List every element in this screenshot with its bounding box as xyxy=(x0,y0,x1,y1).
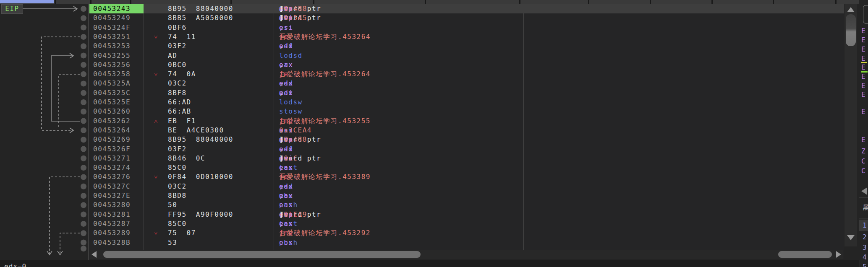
stack-row-number[interactable]: 1 xyxy=(863,221,868,231)
breakpoint-dot[interactable] xyxy=(81,202,86,208)
h-scrollbar[interactable] xyxy=(90,250,843,259)
disasm-row[interactable]: 004532718B46 0Cmov eax,dword ptr ds:[esi… xyxy=(89,154,844,163)
header-separator xyxy=(230,0,232,4)
scroll-left-icon[interactable] xyxy=(92,251,97,258)
breakpoint-dot[interactable] xyxy=(81,127,86,133)
disasm-token: 0x3CEA4 xyxy=(279,126,312,135)
bytes-cell: 8B95 88040000 xyxy=(168,135,233,144)
v-scrollbar[interactable] xyxy=(844,4,857,246)
disasm-row[interactable]: 0045324F0BF6or esi,esi xyxy=(89,23,844,32)
disasm-token: ] xyxy=(279,135,284,144)
scroll-right-icon[interactable] xyxy=(836,251,841,258)
breakpoint-dot[interactable] xyxy=(81,53,86,59)
h-scroll-thumb-segment[interactable] xyxy=(778,251,832,258)
disasm-row[interactable]: 0045327485C0test eax,eax xyxy=(89,163,844,172)
disasm-row[interactable]: 00453276˅0F84 0D010000je 吾爱破解论坛学习.453389 xyxy=(89,172,844,181)
address-cell: 00453256 xyxy=(93,60,131,70)
disasm-row[interactable]: 00453251˅74 11je 吾爱破解论坛学习.453264 xyxy=(89,32,844,41)
disasm-row[interactable]: 00453258˅74 0Aje 吾爱破解论坛学习.453264 xyxy=(89,70,844,79)
jump-direction-icon: ˅ xyxy=(154,32,158,41)
header-separator xyxy=(90,0,92,4)
bytes-cell: 8BF8 xyxy=(168,88,187,98)
breakpoint-dot[interactable] xyxy=(81,90,86,96)
register-letter: E xyxy=(861,91,868,99)
disasm-row[interactable]: 0045325303F2add esi,edx xyxy=(89,41,844,51)
scroll-up-icon[interactable] xyxy=(847,7,855,12)
address-cell: 00453289 xyxy=(93,228,131,238)
disasm-token: eax xyxy=(279,191,293,200)
breakpoint-dot[interactable] xyxy=(81,25,86,31)
address-cell: 00453258 xyxy=(93,70,131,79)
disasm-row[interactable]: 0045325A03C2add eax,edx xyxy=(89,79,844,88)
breakpoint-dot[interactable] xyxy=(81,156,86,161)
header-separator xyxy=(130,0,131,4)
scroll-down-icon[interactable] xyxy=(847,235,855,240)
v-scroll-thumb[interactable] xyxy=(846,14,856,46)
jump-line-453258-453264 xyxy=(59,74,80,129)
disasm-row[interactable]: 0045327E8BD8mov ebx,eax xyxy=(89,191,844,200)
bytes-cell: 03C2 xyxy=(168,182,187,191)
breakpoint-dot[interactable] xyxy=(81,34,86,40)
disasm-row[interactable]: 0045326066:ABstosw xyxy=(89,107,844,116)
stack-row-number[interactable]: 5 xyxy=(863,263,868,267)
bytes-cell: 8B95 88040000 xyxy=(168,4,233,13)
breakpoint-dot[interactable] xyxy=(81,118,86,124)
breakpoint-dot[interactable] xyxy=(81,246,86,251)
address-cell: 00453280 xyxy=(93,200,131,210)
flag-letter: E xyxy=(861,136,868,145)
disasm-row[interactable]: 0045325C8BF8mov edi,eax xyxy=(89,88,844,98)
disasm-row[interactable]: 0045328B53push ebx xyxy=(89,238,844,247)
disasm-row[interactable]: 0045328785C0test eax,eax xyxy=(89,219,844,228)
bytes-cell: 75 07 xyxy=(168,228,196,238)
stack-row-number[interactable]: 2 xyxy=(863,233,868,242)
breakpoint-dot[interactable] xyxy=(81,43,86,49)
disasm-row[interactable]: 004532560BC0or eax,eax xyxy=(89,60,844,70)
stack-row-number[interactable]: 3 xyxy=(863,244,868,253)
breakpoint-dot[interactable] xyxy=(81,221,86,227)
h-scroll-thumb[interactable] xyxy=(103,251,421,258)
address-cell: 00453243 xyxy=(89,4,144,13)
breakpoint-dot[interactable] xyxy=(81,80,86,86)
register-letter: E xyxy=(861,108,868,117)
disasm-row[interactable]: 004532698B95 88040000mov edx,dword ptr s… xyxy=(89,135,844,144)
disasm-row[interactable]: 00453264BE A4CE0300mov esi,0x3CEA4 xyxy=(89,126,844,135)
pane-divider xyxy=(859,197,868,197)
disasm-token: 吾爱破解论坛学习.453255 xyxy=(279,117,371,126)
disasm-token: 吾爱破解论坛学习.453292 xyxy=(279,228,371,238)
disasm-row[interactable]: 00453289˅75 07jne 吾爱破解论坛学习.453292 xyxy=(89,228,844,238)
flag-letter: C xyxy=(861,167,868,176)
jump-arrows-gutter xyxy=(0,0,89,267)
breakpoint-dot[interactable] xyxy=(81,146,86,152)
breakpoint-dot[interactable] xyxy=(81,109,86,114)
breakpoint-dot[interactable] xyxy=(81,174,86,180)
breakpoint-dot[interactable] xyxy=(81,230,86,236)
jump-line-453262-453255 xyxy=(51,56,80,121)
breakpoint-dot[interactable] xyxy=(81,184,86,189)
disasm-row[interactable]: 0045325E66:ADlodsw xyxy=(89,98,844,107)
breakpoint-dot[interactable] xyxy=(81,240,86,246)
breakpoint-dot[interactable] xyxy=(81,212,86,218)
disasm-row[interactable]: 00453281FF95 A90F0000call dword ptr ss:[… xyxy=(89,210,844,219)
disasm-row[interactable]: 0045328050push eax xyxy=(89,200,844,210)
disasm-row[interactable]: 004532438B95 88040000mov edx,dword ptr s… xyxy=(89,4,844,13)
breakpoint-dot[interactable] xyxy=(81,99,86,105)
modified-underline-yellow xyxy=(861,62,867,63)
disasm-row[interactable]: 0045327C03C2add eax,edx xyxy=(89,182,844,191)
breakpoint-dot[interactable] xyxy=(81,15,86,21)
collapse-left-icon[interactable] xyxy=(861,187,867,195)
disasm-row[interactable]: 004532498BB5 A5050000mov esi,dword ptr s… xyxy=(89,13,844,23)
disasm-token: eax xyxy=(279,200,293,210)
breakpoint-dot[interactable] xyxy=(81,6,86,12)
breakpoint-dot[interactable] xyxy=(81,193,86,199)
disasm-row[interactable]: 00453255ADlodsd xyxy=(89,51,844,60)
disasm-token: ] xyxy=(279,210,284,219)
header-separator xyxy=(773,0,774,4)
breakpoint-dot[interactable] xyxy=(81,137,86,143)
breakpoint-dot[interactable] xyxy=(81,71,86,77)
stack-row-number[interactable]: 4 xyxy=(863,253,868,262)
disasm-row[interactable]: 00453262˄EB F1jmp 吾爱破解论坛学习.453255 xyxy=(89,117,844,126)
disasm-token: lodsw xyxy=(279,98,303,107)
disasm-row[interactable]: 0045326F03F2add esi,edx xyxy=(89,145,844,154)
breakpoint-dot[interactable] xyxy=(81,165,86,171)
breakpoint-dot[interactable] xyxy=(81,62,86,68)
